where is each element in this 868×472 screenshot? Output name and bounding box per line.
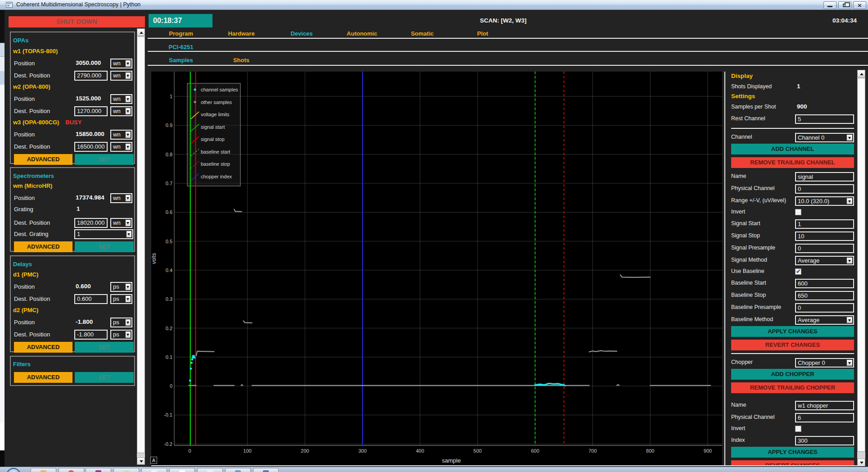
chopper-invert-checkbox[interactable] [795,426,801,432]
dropdown-arrow-icon[interactable] [846,257,853,264]
taskbar-button[interactable] [141,468,167,472]
signal-presample-input[interactable]: 0 [795,244,854,253]
taskbar-button[interactable] [169,468,195,472]
apply-changes-button[interactable]: APPLY CHANGES [731,326,854,337]
opa-w3-dest-input[interactable]: 16500.000 [74,142,108,152]
right-panel-scrollbar[interactable] [857,70,865,466]
dropdown-arrow-icon[interactable] [125,295,131,303]
taskbar[interactable] [0,467,868,472]
tab-hardware[interactable]: Hardware [211,30,271,37]
range-select[interactable]: 10.0 (320.0) [795,196,854,206]
minimize-button[interactable] [823,1,836,9]
samples-plot[interactable]: -0.2-0.100.10.20.30.40.50.60.70.80.91010… [151,72,722,466]
channel-name-input[interactable]: signal [795,172,854,182]
filters-set-button[interactable]: SET [75,372,134,383]
taskbar-button[interactable] [253,468,279,472]
dropdown-arrow-icon[interactable] [125,143,131,150]
tab-pci-6251[interactable]: PCI-6251 [151,44,211,50]
opa-w2-dest-units[interactable]: wn [110,106,132,116]
chopper-name-input[interactable]: w1 chopper [795,401,854,410]
baseline-method-select[interactable]: Average [795,315,854,325]
d2-position-units[interactable]: ps [110,318,132,327]
baseline-stop-input[interactable]: 650 [795,291,854,300]
opa-w1-dest-input[interactable]: 2790.000 [74,71,108,81]
rest-channel-input[interactable]: 5 [795,114,854,124]
physical-channel-input[interactable]: 0 [795,184,854,194]
tab-devices[interactable]: Devices [271,30,332,37]
delays-advanced-button[interactable]: ADVANCED [14,342,72,353]
scroll-up-icon[interactable] [137,28,145,36]
close-button[interactable]: × [853,1,866,9]
dropdown-arrow-icon[interactable] [846,317,853,323]
filters-advanced-button[interactable]: ADVANCED [14,372,72,383]
opa-w1-position-units[interactable]: wn [110,59,132,68]
sidebar-scrollbar[interactable] [137,28,145,465]
dropdown-arrow-icon[interactable] [125,95,131,103]
restore-button[interactable] [838,1,851,9]
tab-plot[interactable]: Plot [452,30,513,37]
opas-set-button[interactable]: SET [75,154,134,165]
wm-dest-grating-select[interactable]: 1 [74,229,133,239]
dropdown-arrow-icon[interactable] [125,319,131,326]
opa-w1-dest-units[interactable]: wn [110,71,132,81]
opa-w3-position-units[interactable]: wn [110,130,132,140]
d1-dest-units[interactable]: ps [110,294,132,304]
wm-position-units[interactable]: wn [110,193,132,203]
scroll-up-icon[interactable] [857,70,865,77]
delays-set-button[interactable]: SET [75,342,134,353]
dropdown-arrow-icon[interactable] [846,359,853,366]
start-button[interactable] [6,468,21,472]
tab-autonomic[interactable]: Autonomic [332,30,392,37]
d1-dest-input[interactable]: 0.600 [74,294,108,304]
baseline-start-input[interactable]: 600 [795,279,854,288]
opas-advanced-button[interactable]: ADVANCED [14,154,72,165]
chopper-select[interactable]: Chopper 0 [795,358,854,368]
tab-program[interactable]: Program [151,30,211,37]
opa-w3-dest-units[interactable]: wn [110,142,132,152]
dropdown-arrow-icon[interactable] [125,60,131,67]
dropdown-arrow-icon[interactable] [125,283,131,290]
dropdown-arrow-icon[interactable] [846,198,853,204]
d2-dest-input[interactable]: -1.800 [74,330,108,340]
taskbar-button[interactable] [31,468,56,472]
opa-w2-position-units[interactable]: wn [110,94,132,104]
taskbar-button[interactable] [113,468,139,472]
add-chopper-button[interactable]: ADD CHOPPER [731,369,854,380]
sidebar-scrollbar-thumb[interactable] [137,36,145,453]
taskbar-button[interactable] [225,468,251,472]
remove-trailing-channel-button[interactable]: REMOVE TRAILING CHANNEL [731,157,854,168]
dropdown-arrow-icon[interactable] [125,331,131,338]
dropdown-arrow-icon[interactable] [126,231,132,238]
remove-trailing-chopper-button[interactable]: REMOVE TRAILING CHOPPER [731,382,854,393]
tab-samples[interactable]: Samples [151,57,211,64]
titlebar[interactable]: Coherent Multidimensional Spectroscopy |… [0,0,868,10]
chopper-index-input[interactable]: 300 [795,436,854,445]
scroll-down-icon[interactable] [137,457,145,465]
d1-position-units[interactable]: ps [110,282,132,292]
taskbar-button[interactable] [197,468,223,472]
wm-dest-units[interactable]: wn [110,218,132,228]
autoscale-button[interactable]: A [150,457,157,464]
add-channel-button[interactable]: ADD CHANNEL [731,144,854,154]
use-baseline-checkbox[interactable] [795,268,801,275]
spectrometers-set-button[interactable]: SET [75,241,134,252]
dropdown-arrow-icon[interactable] [125,195,131,202]
signal-start-input[interactable]: 1 [795,219,854,229]
signal-method-select[interactable]: Average [795,256,854,265]
dropdown-arrow-icon[interactable] [125,72,131,79]
tab-somatic[interactable]: Somatic [392,30,452,37]
d2-dest-units[interactable]: ps [110,330,132,340]
dropdown-arrow-icon[interactable] [125,131,131,138]
tab-shots[interactable]: Shots [211,57,271,64]
chopper-apply-changes-button[interactable]: APPLY CHANGES [731,447,854,458]
right-panel-scrollbar-thumb[interactable] [857,78,865,452]
dropdown-arrow-icon[interactable] [846,134,853,141]
dropdown-arrow-icon[interactable] [125,108,131,115]
invert-checkbox[interactable] [795,209,801,215]
revert-changes-button[interactable]: REVERT CHANGES [731,340,854,350]
chopper-physical-channel-input[interactable]: 6 [795,413,854,422]
spectrometers-advanced-button[interactable]: ADVANCED [14,241,72,252]
opa-w2-dest-input[interactable]: 1270.000 [74,106,108,116]
dropdown-arrow-icon[interactable] [125,219,131,227]
signal-stop-input[interactable]: 10 [795,231,854,241]
